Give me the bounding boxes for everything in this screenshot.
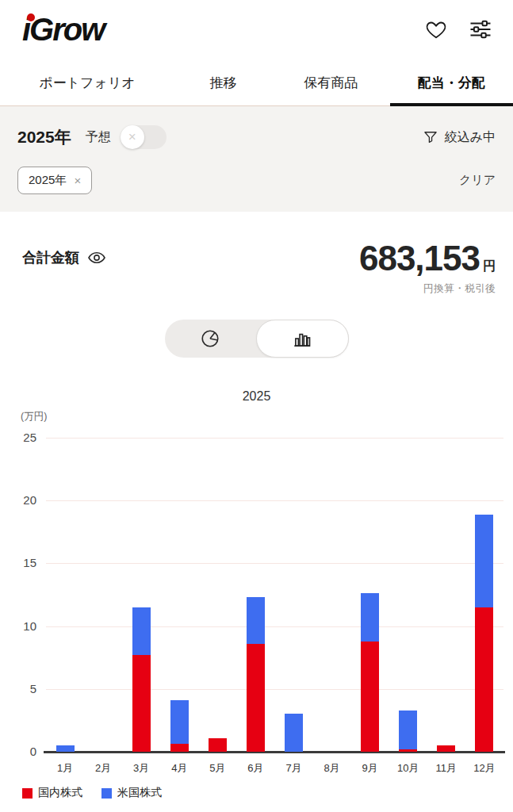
y-axis-tick: 5 [0,682,36,695]
x-axis-line [44,751,505,753]
x-axis-tick: 2月 [84,761,122,776]
filter-chip-label: 2025年 [29,173,67,188]
bar-segment[interactable] [285,714,303,752]
bar-segment[interactable] [361,642,379,752]
total-summary: 合計金額 683,153 円 円換算・税引後 [22,239,496,296]
bar-segment[interactable] [170,700,189,744]
x-axis-tick: 9月 [351,761,389,776]
legend-label: 国内株式 [38,786,82,800]
bar-segment[interactable] [399,749,417,752]
bar-segment[interactable] [247,597,265,644]
bar-segment[interactable] [361,593,379,641]
x-axis-tick: 5月 [198,761,236,776]
legend-label: 米国株式 [117,786,162,800]
y-axis-tick: 25 [0,431,36,444]
bar-segment[interactable] [475,607,493,752]
app-header: iGrow [0,0,513,49]
toggle-knob-x-icon: × [121,125,144,149]
x-axis-tick: 6月 [236,761,274,776]
total-amount-label: 合計金額 [22,248,79,267]
y-axis-tick: 20 [0,493,36,507]
y-axis-unit-label: (万円) [21,410,47,423]
legend-swatch [22,788,33,799]
bar-segment[interactable] [247,644,265,752]
gridline [46,626,503,627]
pie-chart-icon [200,328,220,349]
total-amount-value: 683,153 [359,239,480,278]
dividends-bar-chart: (万円) 国内株式米国株式 05101520251月2月3月4月5月6月7月8月… [0,405,513,811]
tab-transition[interactable]: 推移 [174,74,272,105]
bar-view-button[interactable] [256,320,349,358]
tab-dividends[interactable]: 配当・分配 [390,74,513,105]
gridline [46,500,503,501]
y-axis-tick: 10 [0,619,36,633]
x-axis-tick: 1月 [46,761,84,776]
bar-segment[interactable] [170,744,189,752]
amount-note: 円換算・税引後 [359,282,496,296]
settings-sliders-icon[interactable] [469,17,492,41]
legend-swatch [101,788,112,799]
chip-close-icon[interactable]: × [74,174,81,187]
bar-segment[interactable] [399,710,417,749]
gridline [46,563,503,564]
filter-chip-2025[interactable]: 2025年 × [17,167,92,194]
filter-section: 2025年 予想 × 絞込み中 2025年 × クリア [0,106,513,212]
pie-view-button[interactable] [165,320,256,358]
x-axis-tick: 12月 [465,761,503,776]
funnel-icon [423,129,438,145]
x-axis-tick: 11月 [427,761,465,776]
y-axis-tick: 0 [0,745,36,758]
logo-red-dot [27,13,35,21]
y-axis-tick: 15 [0,556,36,569]
clear-filters-button[interactable]: クリア [459,173,496,188]
filter-year-label: 2025年 [17,126,71,148]
x-axis-tick: 10月 [389,761,427,776]
total-amount-currency: 円 [483,259,496,275]
x-axis-tick: 4月 [160,761,198,776]
bar-segment[interactable] [475,515,493,607]
bar-chart-icon [292,328,312,349]
tab-portfolio[interactable]: ポートフォリオ [0,74,174,105]
x-axis-tick: 3月 [122,761,160,776]
bar-segment[interactable] [209,738,227,752]
x-axis-tick: 8月 [313,761,351,776]
x-axis-tick: 7月 [275,761,313,776]
bar-segment[interactable] [437,745,455,752]
forecast-toggle[interactable]: × [121,125,167,149]
gridline [46,438,503,439]
visibility-eye-icon[interactable] [87,248,106,267]
bar-segment[interactable] [132,607,151,655]
bar-segment[interactable] [132,655,151,752]
forecast-label: 予想 [86,129,111,146]
chart-legend: 国内株式米国株式 [22,786,162,800]
bar-segment[interactable] [56,745,75,752]
tab-holdings[interactable]: 保有商品 [272,74,390,105]
legend-item: 国内株式 [22,786,82,800]
chart-view-toggle [165,320,349,358]
tab-bar: ポートフォリオ 推移 保有商品 配当・分配 [0,49,513,106]
favorites-heart-icon[interactable] [424,17,448,41]
legend-item: 米国株式 [101,786,162,800]
filtering-status[interactable]: 絞込み中 [423,129,496,146]
gridline [46,689,503,690]
app-logo: iGrow [22,12,104,48]
filtering-label: 絞込み中 [445,129,496,146]
chart-title: 2025 [0,389,513,404]
